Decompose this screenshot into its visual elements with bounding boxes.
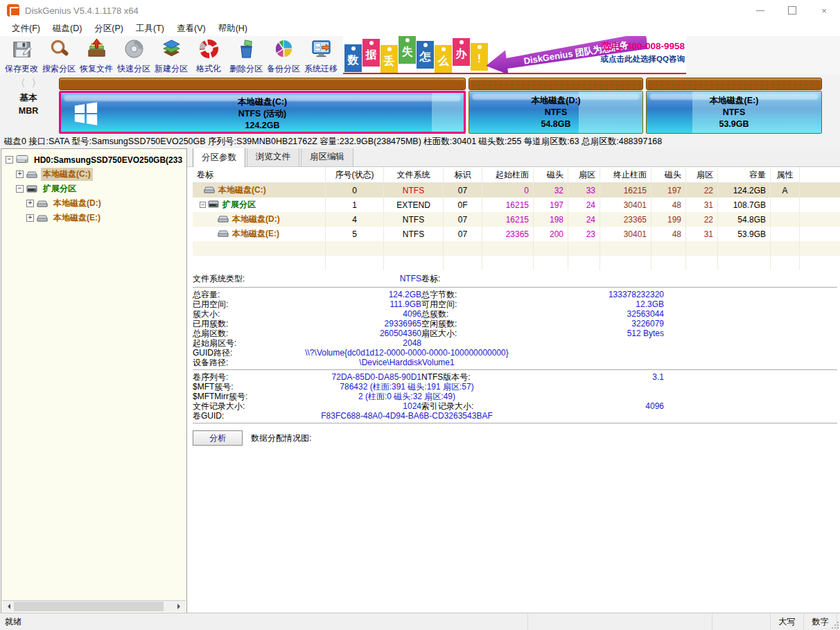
menu-item-1[interactable]: 磁盘(D) bbox=[46, 21, 88, 36]
next-disk-icon[interactable]: 〉 bbox=[31, 77, 47, 89]
row-volume-label: 扩展分区 bbox=[222, 199, 256, 211]
table-cell: 1 bbox=[326, 198, 384, 212]
resize-grip[interactable] bbox=[831, 621, 839, 629]
promo-banner[interactable]: 数据丢失怎么办! DiskGenius 团队为您服务 致电: 400-008-9… bbox=[343, 36, 686, 74]
table-row-本地磁盘(E:)[interactable]: 本地磁盘(E:)5NTFS07233652002330401483153.9GB bbox=[193, 227, 840, 241]
新建分区-button[interactable]: 新建分区 bbox=[152, 36, 190, 73]
table-cell bbox=[771, 227, 800, 241]
column-header-扇区[interactable]: 扇区 bbox=[686, 167, 718, 182]
collapse-icon[interactable]: − bbox=[200, 202, 206, 208]
column-header-终止柱面[interactable]: 终止柱面 bbox=[600, 167, 651, 182]
column-header-扇区[interactable]: 扇区 bbox=[568, 167, 600, 182]
prev-disk-icon[interactable]: 〈 bbox=[15, 77, 31, 89]
table-row[interactable] bbox=[193, 241, 840, 256]
tree-item-HD0:SamsungSSD750EVO250GB(233[interactable]: −HD0:SamsungSSD750EVO250GB(233 bbox=[1, 152, 186, 167]
toolbar-button-label: 保存更改 bbox=[5, 63, 38, 75]
menu-item-0[interactable]: 文件(F) bbox=[6, 21, 46, 36]
partition-block-本地磁盘(C:)[interactable]: 本地磁盘(C:)NTFS (活动)124.2GB bbox=[59, 74, 466, 134]
tab-浏览文件[interactable]: 浏览文件 bbox=[247, 148, 299, 166]
disk-info-line: 磁盘0 接口:SATA 型号:SamsungSSD750EVO250GB 序列号… bbox=[0, 134, 840, 148]
separator-line bbox=[193, 423, 837, 423]
volume-label-cell bbox=[193, 241, 326, 256]
tab-扇区编辑[interactable]: 扇区编辑 bbox=[301, 148, 353, 166]
table-cell: 108.7GB bbox=[718, 198, 771, 212]
table-cell: 23365 bbox=[600, 212, 651, 227]
detail-value: 133378232320 bbox=[525, 290, 664, 299]
menu-item-2[interactable]: 分区(P) bbox=[88, 21, 130, 36]
partition-body[interactable]: 本地磁盘(D:)NTFS54.8GB bbox=[469, 91, 643, 134]
scroll-left-icon[interactable] bbox=[2, 601, 13, 612]
analyze-button[interactable]: 分析 bbox=[193, 430, 243, 446]
partition-name: 本地磁盘(D:) bbox=[469, 95, 642, 107]
expand-icon[interactable]: + bbox=[26, 214, 34, 222]
tree-item-label: 本地磁盘(C:) bbox=[41, 168, 93, 181]
table-row-扩展分区[interactable]: −扩展分区1EXTEND0F1621519724304014831108.7GB bbox=[193, 198, 840, 212]
保存更改-button[interactable]: 保存更改 bbox=[3, 36, 40, 73]
disk-nav-arrows[interactable]: 〈〉 bbox=[0, 77, 57, 90]
collapse-icon[interactable]: − bbox=[16, 185, 24, 193]
tab-分区参数[interactable]: 分区参数 bbox=[193, 148, 245, 167]
column-header-容量[interactable]: 容量 bbox=[718, 167, 771, 182]
menu-item-4[interactable]: 查看(V) bbox=[170, 21, 212, 36]
column-header-卷标[interactable]: 卷标 bbox=[193, 167, 326, 182]
scrollbar-thumb[interactable] bbox=[14, 602, 164, 611]
partition-icon bbox=[26, 168, 37, 181]
table-row-本地磁盘(C:)[interactable]: 本地磁盘(C:)0NTFS07032331621519722124.2GBA bbox=[193, 183, 840, 198]
备份分区-button[interactable]: 备份分区 bbox=[265, 36, 302, 73]
collapse-icon[interactable]: − bbox=[6, 156, 13, 164]
tree-item-本地磁盘(E:)[interactable]: +本地磁盘(E:) bbox=[1, 211, 186, 225]
column-header-文件系统[interactable]: 文件系统 bbox=[384, 167, 444, 182]
column-header-起始柱面[interactable]: 起始柱面 bbox=[482, 167, 534, 182]
tree-item-本地磁盘(C:)[interactable]: +本地磁盘(C:) bbox=[1, 167, 186, 182]
tree-item-扩展分区[interactable]: −扩展分区 bbox=[1, 182, 186, 196]
analyze-row: 分析数据分配情况图: bbox=[193, 430, 837, 446]
menu-bar: 文件(F)磁盘(D)分区(P)工具(T)查看(V)帮助(H) bbox=[0, 21, 840, 36]
partition-name: 本地磁盘(E:) bbox=[647, 95, 821, 107]
expand-icon[interactable]: + bbox=[26, 200, 34, 207]
minimize-button[interactable] bbox=[744, 0, 776, 21]
minimize-icon bbox=[756, 10, 764, 11]
banner-qq-link[interactable]: 或点击此处选择QQ咨询 bbox=[575, 54, 685, 64]
detail-row: 卷序列号:72DA-85D0-DA85-90D1NTFS版本号:3.1 bbox=[193, 372, 837, 382]
detail-value: 4096 bbox=[525, 401, 664, 411]
table-cell bbox=[568, 241, 600, 256]
partition-body[interactable]: 本地磁盘(E:)NTFS53.9GB bbox=[646, 91, 822, 134]
partition-block-本地磁盘(D:)[interactable]: 本地磁盘(D:)NTFS54.8GB bbox=[469, 74, 643, 134]
status-bar: 就绪 大写 数字 bbox=[0, 613, 840, 630]
scroll-right-icon[interactable] bbox=[175, 601, 186, 612]
快速分区-button[interactable]: 快速分区 bbox=[115, 36, 152, 73]
diskgenius-window: DiskGenius V5.4.1.1178 x64 × 文件(F)磁盘(D)分… bbox=[0, 0, 840, 630]
table-row[interactable] bbox=[193, 256, 840, 270]
column-header-磁头[interactable]: 磁头 bbox=[534, 167, 568, 182]
partition-block-本地磁盘(E:)[interactable]: 本地磁盘(E:)NTFS53.9GB bbox=[646, 74, 822, 134]
tree-item-本地磁盘(D:)[interactable]: +本地磁盘(D:) bbox=[1, 196, 186, 211]
table-cell: A bbox=[771, 183, 800, 198]
column-header-标识[interactable]: 标识 bbox=[444, 167, 482, 182]
恢复文件-button[interactable]: 恢复文件 bbox=[78, 36, 115, 73]
partition-body[interactable]: 本地磁盘(C:)NTFS (活动)124.2GB bbox=[59, 91, 466, 134]
detail-value: 111.9GB bbox=[288, 299, 421, 309]
table-cell: 16215 bbox=[482, 198, 534, 212]
maximize-button[interactable] bbox=[776, 0, 808, 21]
menu-item-5[interactable]: 帮助(H) bbox=[212, 21, 254, 36]
table-cell: 23 bbox=[568, 227, 600, 241]
table-cell bbox=[718, 241, 771, 256]
table-row-本地磁盘(D:)[interactable]: 本地磁盘(D:)4NTFS071621519824233651992254.8G… bbox=[193, 212, 840, 227]
column-header-属性[interactable]: 属性 bbox=[771, 167, 800, 182]
删除分区-button[interactable]: 删除分区 bbox=[227, 36, 265, 73]
partition-text: 本地磁盘(D:)NTFS54.8GB bbox=[469, 91, 642, 130]
table-cell: 197 bbox=[534, 198, 568, 212]
table-cell bbox=[482, 256, 534, 270]
系统迁移-button[interactable]: 系统迁移 bbox=[302, 36, 340, 73]
menu-item-3[interactable]: 工具(T) bbox=[130, 21, 170, 36]
detail-label: 已用簇数: bbox=[193, 319, 288, 329]
格式化-button[interactable]: 格式化 bbox=[190, 36, 227, 73]
column-header-序号(状态)[interactable]: 序号(状态) bbox=[326, 167, 384, 182]
expand-icon[interactable]: + bbox=[16, 170, 24, 178]
搜索分区-button[interactable]: 搜索分区 bbox=[40, 36, 78, 73]
detail-value: 124.2GB bbox=[288, 290, 421, 299]
tree-horizontal-scrollbar[interactable] bbox=[2, 600, 186, 612]
close-button[interactable]: × bbox=[808, 0, 840, 21]
toolbar-button-label: 搜索分区 bbox=[42, 63, 76, 75]
column-header-磁头[interactable]: 磁头 bbox=[651, 167, 686, 182]
